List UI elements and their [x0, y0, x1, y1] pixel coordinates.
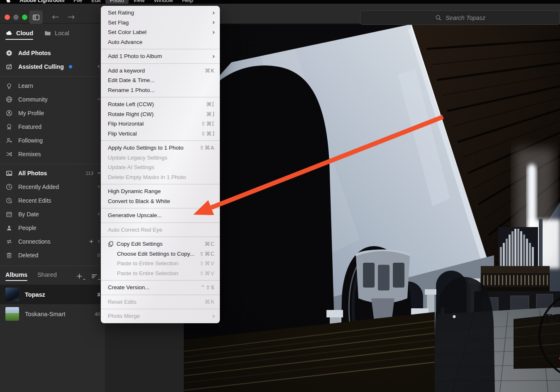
menu-item-auto-advance[interactable]: Auto Advance: [101, 37, 220, 47]
menu-item-label: Convert to Black & White: [108, 198, 170, 204]
chevron-left-icon[interactable]: ‹: [97, 63, 100, 70]
sidebar-item-connections[interactable]: Connections+‹: [0, 235, 105, 248]
menu-bar-item-photo[interactable]: Photo: [105, 0, 129, 4]
sidebar-item-by-date[interactable]: By Date‹: [0, 207, 105, 221]
sidebar-item-following[interactable]: Following: [0, 133, 105, 147]
sidebar-item-remixes[interactable]: Remixes: [0, 147, 105, 161]
menu-item-flip-vertical[interactable]: Flip Vertical⇧⌘]: [101, 129, 220, 139]
menu-item-convert-to-black-white[interactable]: Convert to Black & White: [101, 196, 220, 206]
menu-item-generative-upscale[interactable]: Generative Upscale...: [101, 211, 220, 220]
menu-item-label: Set Rating: [108, 10, 134, 16]
sidebar-item-add-photos[interactable]: Add Photos: [0, 46, 105, 60]
menu-bar-item-help[interactable]: Help: [178, 0, 198, 4]
sidebar-item-featured[interactable]: Featured: [0, 120, 105, 133]
menu-item-label: Flip Horizontal: [108, 121, 144, 127]
menu-item-label: Set Color Label: [108, 29, 146, 35]
menu-item-rename-1-photo[interactable]: Rename 1 Photo...: [101, 85, 220, 95]
connections-icon: [5, 238, 13, 245]
album-thumbnail: [5, 288, 19, 301]
photographer-watermark: FOTOGRAFIE P M: [538, 289, 560, 381]
sidebar-item-label: All Photos: [18, 170, 47, 177]
menu-bar-item-edit[interactable]: Edit: [87, 0, 105, 4]
menu-separator: [101, 237, 220, 237]
menu-item-set-rating[interactable]: Set Rating›: [101, 8, 220, 18]
minimize-window-button[interactable]: [13, 15, 19, 20]
album-row-toskana-smart[interactable]: Toskana-Smart40: [0, 304, 105, 324]
menu-item-set-flag[interactable]: Set Flag›: [101, 18, 220, 28]
menu-item-label: Add a keyword: [108, 68, 145, 74]
chevron-left-icon[interactable]: ‹: [97, 211, 100, 217]
menu-item-rotate-right-cw[interactable]: Rotate Right (CW)⌘]: [101, 109, 220, 119]
menu-item-shortcut: ⇧⌘C: [200, 251, 215, 257]
item-count: 0: [97, 253, 100, 258]
menu-item-auto-correct-red-eye: Auto Correct Red Eye: [101, 225, 220, 235]
sidebar-item-deleted[interactable]: Deleted0: [0, 248, 105, 262]
menu-bar-item-view[interactable]: View: [129, 0, 149, 4]
item-count: 113: [85, 171, 93, 176]
tab-local[interactable]: Local: [44, 29, 69, 40]
menu-bar-item-adobe-lightroom[interactable]: Adobe Lightroom: [15, 0, 69, 4]
menu-item-copy-edit-settings[interactable]: Copy Edit Settings⌘C: [101, 239, 220, 249]
sidebar-item-my-profile[interactable]: My Profile: [0, 106, 105, 120]
albums-header: AlbumsShared: [0, 266, 105, 285]
submenu-chevron-icon: ›: [212, 312, 215, 320]
close-window-button[interactable]: [5, 15, 10, 20]
menu-item-high-dynamic-range[interactable]: High Dynamic Range: [101, 186, 220, 196]
menu-item-label: Auto Advance: [108, 39, 142, 45]
menu-item-add-1-photo-to-album[interactable]: Add 1 Photo to Album›: [101, 51, 220, 61]
menu-item-label: Delete Empty Masks in 1 Photo: [108, 174, 186, 180]
menu-item-label: Create Version...: [108, 284, 150, 290]
menu-item-label: Flip Vertical: [108, 131, 137, 137]
menu-item-add-a-keyword[interactable]: Add a keyword⌘K: [101, 66, 220, 76]
zoom-window-button[interactable]: [22, 15, 27, 20]
sidebar-item-label: People: [18, 225, 37, 231]
sidebar-item-label: Recently Added: [18, 184, 59, 190]
chevron-left-icon[interactable]: ‹: [97, 184, 100, 190]
sidebar-item-recently-added[interactable]: Recently Added‹: [0, 180, 105, 194]
albums-section: AlbumsShared Topasz3Toskana-Smart40: [0, 266, 105, 324]
lightroom-app-window: Adobe LightroomFileEditPhotoViewWindowHe…: [0, 0, 560, 392]
remix-icon: [5, 150, 13, 158]
sidebar-item-learn[interactable]: Learn: [0, 79, 105, 92]
sidebar-item-all-photos[interactable]: All Photos113›: [0, 166, 105, 180]
submenu-chevron-icon: ›: [212, 29, 215, 36]
sidebar-item-community[interactable]: Community›: [0, 92, 105, 106]
menu-item-label: Rotate Left (CCW): [108, 101, 154, 107]
menu-item-edit-date-time[interactable]: Edit Date & Time...: [101, 75, 220, 85]
menu-bar-item-window[interactable]: Window: [149, 0, 178, 4]
back-arrow-icon[interactable]: ←: [52, 12, 59, 22]
menu-item-create-version[interactable]: Create Version...⌃⇧S: [101, 283, 220, 293]
menu-item-apply-auto-settings-to-1-photo[interactable]: Apply Auto Settings to 1 Photo⇧⌘A: [101, 143, 220, 153]
menu-item-shortcut: ⌃⇧S: [200, 284, 215, 290]
submenu-chevron-icon: ›: [212, 53, 215, 60]
album-row-topasz[interactable]: Topasz3: [0, 285, 105, 304]
search-placeholder: Search Topasz: [446, 15, 485, 21]
menu-item-label: Reset Edits: [108, 299, 136, 305]
toggle-sidebar-button[interactable]: [29, 10, 43, 24]
sidebar-item-people[interactable]: People: [0, 221, 105, 235]
tab-cloud[interactable]: Cloud: [5, 29, 33, 40]
apple-logo-icon[interactable]: [6, 0, 15, 3]
sidebar-item-recent-edits[interactable]: Recent Edits: [0, 194, 105, 207]
tab-albums[interactable]: Albums: [5, 271, 27, 281]
sidebar-section: LearnCommunity›My ProfileFeaturedFollowi…: [0, 76, 105, 164]
forward-arrow-icon[interactable]: →: [68, 12, 75, 22]
menu-item-label: Set Flag: [108, 19, 129, 26]
chevron-left-icon[interactable]: ‹: [97, 238, 100, 244]
sidebar-item-label: Deleted: [18, 252, 38, 259]
sidebar-item-assisted-culling[interactable]: Assisted Culling‹: [0, 60, 105, 73]
tab-shared[interactable]: Shared: [37, 271, 57, 281]
new-feature-dot: [69, 65, 72, 68]
menu-bar-item-file[interactable]: File: [69, 0, 87, 4]
add-album-button[interactable]: [76, 273, 85, 280]
sort-albums-button[interactable]: [91, 273, 100, 280]
sort-icon: [91, 273, 98, 280]
menu-item-rotate-left-ccw[interactable]: Rotate Left (CCW)⌘[: [101, 99, 220, 109]
add-connection-icon[interactable]: +: [89, 238, 93, 245]
search-input[interactable]: Search Topasz: [360, 10, 560, 25]
tab-label: Local: [55, 30, 69, 36]
menu-item-set-color-label[interactable]: Set Color Label›: [101, 27, 220, 37]
menu-item-choose-edit-settings-to-copy[interactable]: Choose Edit Settings to Copy...⇧⌘C: [101, 249, 220, 259]
clock-edit-icon: [5, 197, 13, 204]
menu-item-flip-horizontal[interactable]: Flip Horizontal⇧⌘[: [101, 119, 220, 129]
